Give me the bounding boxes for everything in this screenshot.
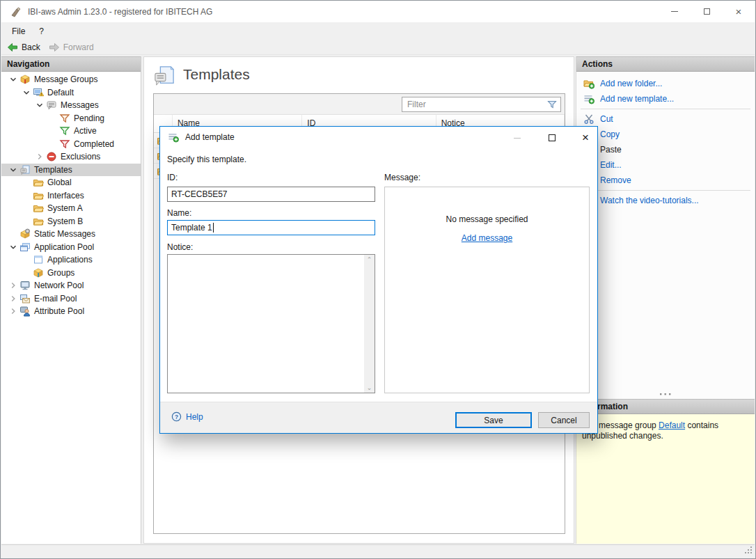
templates-page-icon	[154, 65, 175, 88]
help-link[interactable]: ? Help	[171, 411, 203, 422]
messages-icon	[46, 100, 57, 111]
save-button[interactable]: Save	[455, 412, 532, 428]
id-field[interactable]: RT-CECB5E57	[167, 187, 375, 202]
folder-icon	[33, 216, 44, 227]
action-watch-the-video-tutorials[interactable]: Watch the video-tutorials...	[576, 193, 755, 208]
maximize-icon	[704, 8, 710, 15]
tree-item-system-b[interactable]: System B	[1, 215, 141, 228]
chevron-down-icon[interactable]	[7, 164, 19, 175]
tree-item-pending[interactable]: Pending	[1, 112, 141, 125]
tree-item-application-pool[interactable]: Application Pool	[1, 241, 141, 254]
dialog-close-button[interactable]: ×	[575, 132, 596, 144]
chevron-spacer	[20, 267, 33, 278]
monitor-warning-icon	[33, 87, 44, 98]
tree-item-e-mail-pool[interactable]: E-mail Pool	[1, 292, 141, 306]
menu-help[interactable]: ?	[32, 22, 51, 40]
tree-item-network-pool[interactable]: Network Pool	[1, 279, 141, 292]
add-template-icon	[583, 93, 594, 104]
email-pool-icon	[19, 293, 31, 304]
chevron-spacer	[47, 125, 59, 136]
action-label: Add new folder...	[600, 79, 662, 88]
dialog-maximize-icon	[549, 134, 556, 141]
tree-item-label: System B	[47, 216, 83, 226]
cut-icon	[583, 113, 594, 125]
navigation-tree: Message GroupsDefaultMessagesPendingActi…	[1, 73, 141, 318]
chevron-down-icon[interactable]	[33, 100, 46, 111]
resize-grip-icon[interactable]	[743, 545, 753, 556]
funnel-red-icon	[59, 139, 70, 150]
status-bar	[1, 544, 755, 558]
maximize-button[interactable]	[691, 1, 723, 22]
tree-item-system-a[interactable]: System A	[1, 202, 141, 215]
tree-item-interfaces[interactable]: Interfaces	[1, 189, 141, 203]
splitter-grip[interactable]	[576, 393, 755, 396]
minimize-button[interactable]	[659, 1, 691, 22]
default-group-link[interactable]: Default	[659, 420, 685, 430]
toolbar: Back Forward	[1, 40, 755, 55]
tree-item-completed[interactable]: Completed	[1, 138, 141, 151]
tree-item-label: Exclusions	[61, 152, 100, 162]
action-cut[interactable]: Cut	[576, 111, 755, 127]
action-label: Paste	[600, 145, 622, 155]
filter-icon[interactable]	[546, 99, 558, 110]
tree-item-default[interactable]: Default	[1, 86, 141, 100]
scroll-up-icon[interactable]: ⌃	[367, 256, 372, 263]
dialog-minimize-button[interactable]	[507, 132, 528, 144]
tree-item-messages[interactable]: Messages	[1, 99, 141, 112]
action-paste[interactable]: Paste	[576, 142, 755, 157]
page-title: Templates	[183, 66, 250, 83]
svg-text:?: ?	[175, 414, 178, 420]
close-button[interactable]: ×	[723, 1, 755, 22]
notice-scrollbar[interactable]: ⌃⌄	[364, 255, 375, 393]
dialog-subtitle: Specify this template.	[167, 155, 246, 164]
back-button[interactable]: Back	[1, 40, 45, 54]
groups-icon	[33, 267, 44, 278]
name-field[interactable]: Template 1	[167, 220, 375, 235]
application-pool-icon	[19, 242, 31, 253]
folder-icon	[33, 190, 44, 201]
action-add-new-folder[interactable]: Add new folder...	[576, 76, 755, 91]
chevron-right-icon[interactable]	[33, 151, 46, 162]
message-label: Message:	[384, 173, 420, 182]
chevron-down-icon[interactable]	[20, 87, 33, 98]
titlebar: IBI-aws Admin 1.23.0 - registered for IB…	[1, 1, 755, 22]
navigation-header: Navigation	[1, 56, 141, 72]
action-remove[interactable]: Remove	[576, 173, 755, 188]
action-label: Copy	[600, 129, 620, 139]
add-message-link[interactable]: Add message	[462, 233, 512, 243]
tree-item-active[interactable]: Active	[1, 125, 141, 138]
filter-placeholder: Filter	[407, 100, 426, 109]
tree-item-global[interactable]: Global	[1, 176, 141, 189]
cancel-button[interactable]: Cancel	[538, 412, 590, 428]
tree-item-label: E-mail Pool	[34, 294, 77, 304]
tree-item-message-groups[interactable]: Message Groups	[1, 73, 141, 86]
tree-item-groups[interactable]: Groups	[1, 267, 141, 280]
static-messages-icon	[19, 228, 31, 239]
scroll-down-icon[interactable]: ⌄	[367, 384, 372, 391]
notice-field[interactable]: ⌃⌄	[167, 254, 375, 393]
tree-item-applications[interactable]: Applications	[1, 253, 141, 267]
chevron-down-icon[interactable]	[7, 74, 19, 85]
tree-item-templates[interactable]: Templates	[1, 164, 141, 177]
actions-list: Add new folder...Add new template...CutC…	[576, 72, 755, 208]
action-edit[interactable]: Edit...	[576, 157, 755, 173]
tree-item-attribute-pool[interactable]: Attribute Pool	[1, 305, 141, 318]
chevron-right-icon[interactable]	[7, 293, 19, 304]
folder-icon	[33, 203, 44, 214]
tree-item-exclusions[interactable]: Exclusions	[1, 150, 141, 164]
funnel-green-icon	[59, 125, 70, 136]
menu-file[interactable]: File	[1, 22, 32, 40]
tree-item-label: Applications	[47, 255, 93, 265]
action-copy[interactable]: Copy	[576, 127, 755, 142]
tree-item-static-messages[interactable]: Static Messages	[1, 228, 141, 241]
filter-input[interactable]: Filter	[402, 97, 561, 112]
action-add-new-template[interactable]: Add new template...	[576, 91, 755, 107]
tree-item-label: Interfaces	[47, 191, 84, 200]
chevron-spacer	[47, 139, 59, 150]
dialog-maximize-button[interactable]	[542, 132, 562, 144]
forward-button[interactable]: Forward	[45, 40, 98, 54]
chevron-down-icon[interactable]	[7, 242, 19, 253]
chevron-right-icon[interactable]	[7, 280, 19, 291]
chevron-right-icon[interactable]	[7, 306, 19, 317]
back-icon	[7, 42, 18, 53]
